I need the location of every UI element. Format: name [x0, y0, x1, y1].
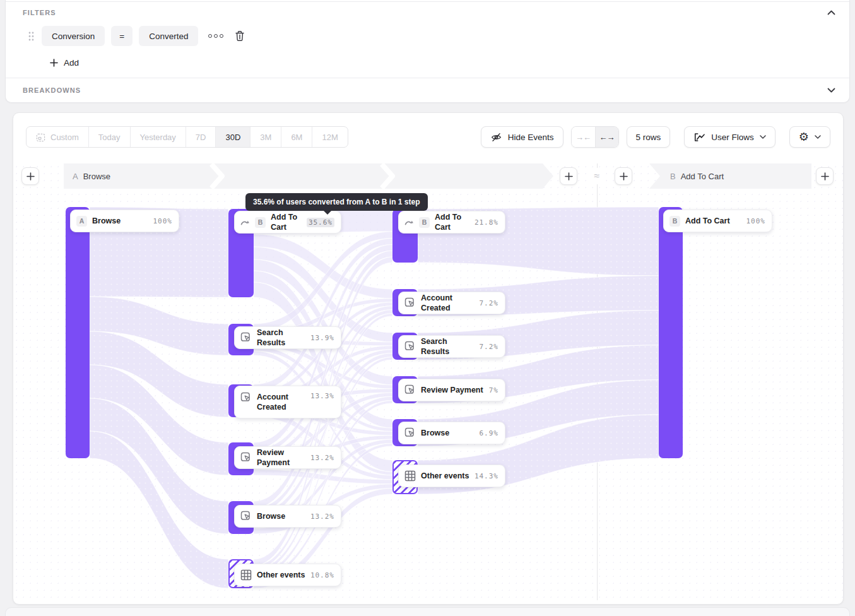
steps-gap-indicator: ≈: [589, 168, 605, 184]
grid-icon: [404, 470, 416, 482]
add-step-button[interactable]: [615, 167, 632, 185]
rows-button[interactable]: 5 rows: [627, 126, 671, 148]
filters-header: FILTERS: [6, 3, 849, 23]
date-range-30d[interactable]: 30D: [215, 127, 250, 147]
event-icon: [240, 332, 252, 343]
node-percent: 13.3%: [310, 392, 334, 400]
date-range-yesterday[interactable]: Yesterday: [130, 127, 186, 147]
flow-node-card-review-payment[interactable]: Review Payment13.2%: [234, 446, 341, 469]
node-badge: B: [669, 216, 680, 227]
node-label: Add To Cart: [271, 212, 302, 233]
more-options-button[interactable]: [208, 34, 223, 38]
date-range-7d[interactable]: 7D: [186, 127, 216, 147]
flow-node-card-browse[interactable]: Browse13.2%: [234, 505, 341, 528]
panel-divider: [6, 1, 849, 2]
node-percent: 7.2%: [480, 343, 499, 351]
eye-off-icon: [490, 131, 502, 143]
step-b-badge: B: [670, 172, 676, 181]
add-step-button[interactable]: [21, 167, 39, 185]
add-filter-row: Add: [6, 52, 849, 73]
node-label: Add To Cart: [685, 216, 741, 226]
flow-node-card-review-payment[interactable]: Review Payment7%: [398, 379, 505, 401]
flow-node-bar-browse[interactable]: [66, 207, 90, 458]
node-label: Search Results: [421, 336, 475, 357]
filters-section-title: FILTERS: [23, 9, 56, 16]
node-label: Other events: [421, 471, 469, 481]
filter-value-chip[interactable]: Converted: [139, 26, 198, 46]
collapse-columns-button[interactable]: →←: [572, 127, 595, 147]
node-label: Browse: [257, 511, 305, 521]
flow-node-card-search-results[interactable]: Search Results13.9%: [234, 326, 341, 349]
column-width-toggle: →← ←→: [571, 126, 619, 148]
flow-chart-icon: [693, 133, 705, 142]
trash-icon: [235, 30, 245, 42]
node-label: Browse: [92, 216, 148, 226]
step-header-b[interactable]: B Add To Cart: [649, 163, 811, 189]
event-icon: [404, 384, 416, 396]
settings-button[interactable]: ⚙: [789, 126, 830, 148]
filter-property-chip[interactable]: Conversion: [42, 26, 105, 46]
step-header-a[interactable]: A Browse: [64, 163, 553, 189]
node-percent: 13.9%: [310, 334, 334, 342]
user-flows-panel: Custom Today Yesterday 7D 30D 3M 6M 12M …: [13, 112, 844, 605]
flow-node-card-add-to-cart[interactable]: BAdd To Cart21.8%: [398, 211, 505, 234]
node-percent: 13.2%: [310, 512, 334, 521]
step-a-label: Browse: [83, 172, 110, 181]
node-label: Review Payment: [421, 385, 484, 395]
step-chevron-icon: [209, 163, 225, 189]
expand-columns-button[interactable]: ←→: [595, 127, 618, 147]
node-percent: 100%: [153, 217, 173, 225]
node-badge: B: [419, 217, 430, 228]
flow-node-card-browse[interactable]: ABrowse100%: [70, 210, 179, 232]
add-step-button[interactable]: [816, 167, 834, 185]
date-range-12m[interactable]: 12M: [312, 127, 347, 147]
collapse-filters-button[interactable]: [827, 10, 835, 15]
conversion-tooltip: 35.6% of users converted from A to B in …: [245, 193, 428, 211]
flow-node-card-other-events[interactable]: Other events14.3%: [398, 465, 505, 487]
flow-node-card-browse[interactable]: Browse6.9%: [398, 422, 505, 444]
flow-node-bar-add-to-cart[interactable]: [659, 207, 683, 458]
date-range-group: Custom Today Yesterday 7D 30D 3M 6M 12M: [26, 126, 348, 148]
conversion-arrow-icon: [404, 219, 414, 226]
node-percent: 7%: [489, 386, 498, 394]
plus-icon: [565, 172, 573, 181]
node-label: Search Results: [257, 328, 305, 348]
hide-events-label: Hide Events: [508, 133, 554, 142]
add-filter-button[interactable]: Add: [50, 58, 79, 68]
node-percent: 21.8%: [475, 218, 498, 227]
flow-node-card-other-events[interactable]: Other events10.8%: [234, 564, 341, 586]
date-range-6m[interactable]: 6M: [281, 127, 312, 147]
chevron-down-icon: [760, 135, 766, 139]
flow-node-card-account-created[interactable]: Account Created13.3%: [234, 386, 341, 418]
date-range-today[interactable]: Today: [88, 127, 130, 147]
node-label: Account Created: [421, 293, 475, 314]
node-label: Account Created: [257, 392, 305, 413]
flow-node-card-account-created[interactable]: Account Created7.2%: [398, 292, 505, 314]
view-selector-label: User Flows: [711, 133, 754, 142]
conversion-arrow-icon: [240, 219, 250, 226]
breakdowns-header: BREAKDOWNS: [6, 78, 849, 102]
chevron-down-icon: [827, 88, 835, 93]
sankey-canvas: A Browse ≈ B Add To Cart 35.6% of users …: [13, 163, 843, 600]
node-percent: 6.9%: [480, 429, 499, 437]
event-icon: [240, 511, 252, 522]
view-selector-button[interactable]: User Flows: [684, 126, 775, 148]
expand-breakdowns-button[interactable]: [827, 88, 835, 93]
filter-operator-chip[interactable]: =: [111, 26, 133, 46]
add-step-button[interactable]: [560, 167, 577, 185]
grid-icon: [240, 569, 252, 581]
drag-handle-icon[interactable]: [28, 32, 34, 41]
chevron-down-icon: [815, 135, 821, 139]
date-range-custom-label: Custom: [50, 133, 79, 142]
hide-events-button[interactable]: Hide Events: [481, 126, 563, 148]
flow-node-card-search-results[interactable]: Search Results7.2%: [398, 335, 505, 358]
flow-node-card-add-to-cart[interactable]: BAdd To Cart100%: [663, 210, 772, 232]
step-a-badge: A: [73, 172, 78, 181]
delete-filter-button[interactable]: [235, 30, 245, 42]
add-filter-label: Add: [64, 58, 79, 68]
step-b-label: Add To Cart: [681, 172, 724, 181]
node-percent: 100%: [746, 217, 766, 225]
plus-icon: [620, 172, 628, 181]
date-range-custom[interactable]: Custom: [27, 127, 88, 147]
date-range-3m[interactable]: 3M: [250, 127, 281, 147]
